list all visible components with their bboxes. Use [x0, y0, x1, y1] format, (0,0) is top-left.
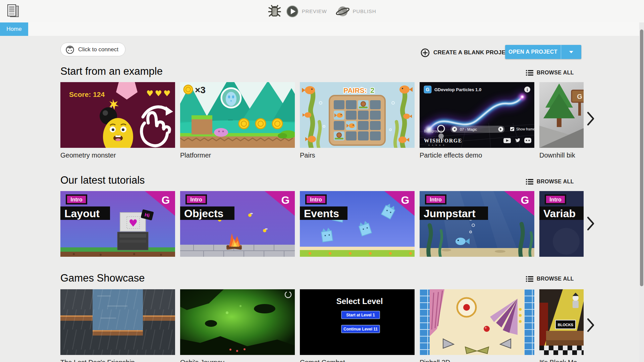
svg-text:07 - Magic: 07 - Magic [460, 127, 477, 131]
comet-combat-thumbnail: Select Level Start at Level 1 Continue L… [300, 289, 415, 355]
show-frame-checkbox [510, 127, 514, 131]
ghost-player [221, 88, 241, 108]
lost-dog-thumbnail [60, 289, 175, 355]
scrollbar-track[interactable] [639, 22, 644, 362]
project-manager-button[interactable] [5, 3, 21, 19]
tutorial-card-jumpstart[interactable]: G Intro Jumpstart [420, 191, 534, 258]
browse-all-label: BROWSE ALL [537, 276, 574, 282]
svg-text:WISHFORGE: WISHFORGE [424, 138, 462, 143]
svg-text:Intro: Intro [70, 197, 83, 202]
tutorial-events-thumbnail: G Intro Events [300, 191, 415, 257]
section-title-showcase: Games Showcase [60, 272, 145, 284]
chevron-right-icon [587, 111, 595, 126]
tab-home[interactable]: Home [0, 22, 28, 36]
showcase-card-block-man[interactable]: BLOCKS It's Block Ma [539, 289, 584, 362]
block-man-thumbnail: BLOCKS [539, 289, 584, 355]
examples-next-button[interactable] [584, 111, 597, 127]
plus-circle-icon [421, 48, 430, 57]
example-card-pairs[interactable]: PAIRS: 2 [300, 82, 415, 164]
svg-text:i: i [527, 87, 528, 92]
tutorial-card-layout[interactable]: ♥ Hi G Intro Layout [60, 191, 175, 258]
geometry-monster-thumbnail: Score: 124 ♥♥♥ [60, 82, 175, 148]
tutorial-card-variables[interactable]: +1 G Intro Variab [539, 191, 584, 258]
slime [214, 128, 228, 137]
svg-text:Intro: Intro [190, 197, 202, 202]
planet-icon [335, 5, 350, 18]
connect-label: Click to connect [78, 46, 118, 53]
pages-icon [5, 3, 21, 18]
svg-text:Show frame: Show frame [516, 127, 534, 131]
example-card-particle-effects[interactable]: G GDevelop Particles 1.0 i Background 07… [420, 82, 534, 164]
examples-row: Score: 124 ♥♥♥ [60, 82, 584, 164]
connect-button[interactable]: Click to connect [60, 43, 125, 56]
particle-effects-thumbnail: G GDevelop Particles 1.0 i Background 07… [420, 82, 534, 148]
tutorial-card-events[interactable]: G Intro Events [300, 191, 415, 258]
svg-text:PAIRS:: PAIRS: [343, 86, 367, 94]
card-title: Particle effects demo [420, 152, 534, 159]
browse-all-examples-button[interactable]: BROWSE ALL [524, 69, 576, 76]
preview-button[interactable]: PREVIEW [286, 5, 327, 18]
svg-text:G: G [521, 194, 529, 206]
svg-text:Layout: Layout [64, 207, 100, 220]
card-title: The Lost Dog's Frienship [60, 359, 175, 362]
scrollbar-thumb[interactable] [640, 29, 643, 286]
svg-text:♥: ♥ [129, 217, 138, 229]
debugger-button[interactable] [268, 5, 281, 18]
open-project-button[interactable]: OPEN A PROJECT [505, 45, 561, 59]
tutorial-jumpstart-thumbnail: G Intro Jumpstart [420, 191, 534, 257]
chevron-right-icon [587, 216, 595, 231]
platformer-thumbnail: ×3 [180, 82, 295, 148]
card-title: Platformer [180, 152, 295, 159]
oshi-thumbnail [180, 289, 295, 355]
home-page: Click to connect CREATE A BLANK PROJECT … [0, 36, 639, 362]
gdevelop-window: PREVIEW PUBLISH Home Click to connect [0, 0, 644, 362]
list-icon [526, 179, 533, 185]
chevron-right-icon [587, 318, 595, 333]
tutorial-variables-thumbnail: +1 G Intro Variab [539, 191, 584, 257]
browse-all-label: BROWSE ALL [537, 179, 574, 185]
svg-text:Variab: Variab [543, 207, 576, 220]
open-project-dropdown-button[interactable] [561, 45, 581, 59]
browse-all-tutorials-button[interactable]: BROWSE ALL [524, 178, 576, 185]
svg-text:G: G [426, 87, 430, 92]
svg-text:Continue Level 11: Continue Level 11 [343, 327, 378, 331]
showcase-card-lost-dog[interactable]: The Lost Dog's Frienship [60, 289, 175, 362]
svg-text:GDevelop Particles 1.0: GDevelop Particles 1.0 [434, 87, 481, 92]
section-title-tutorials: Our latest tutorials [60, 174, 145, 186]
open-project-split-button: OPEN A PROJECT [505, 45, 581, 59]
tutorial-card-objects[interactable]: G Intro Objects [180, 191, 295, 258]
play-icon [286, 5, 299, 18]
svg-text:♥♥♥: ♥♥♥ [146, 89, 172, 98]
card-title: Pinball 2D [420, 359, 534, 362]
showcase-row: The Lost Dog's Frienship Oshi's Journey [60, 289, 584, 362]
tutorials-next-button[interactable] [584, 216, 597, 232]
example-card-platformer[interactable]: ×3 Platformer [180, 82, 295, 164]
bug-icon [268, 5, 281, 18]
section-title-examples: Start from an example [60, 65, 163, 77]
caret-down-icon [569, 51, 574, 54]
publish-label: PUBLISH [353, 8, 376, 14]
pinball-thumbnail [420, 289, 534, 355]
create-blank-project-button[interactable]: CREATE A BLANK PROJECT [419, 47, 515, 59]
svg-text:2: 2 [370, 86, 374, 95]
tutorial-objects-thumbnail: G Intro Objects [180, 191, 295, 257]
example-card-geometry-monster[interactable]: Score: 124 ♥♥♥ [60, 82, 175, 164]
showcase-next-button[interactable] [584, 317, 597, 334]
card-title: Comet Combat [300, 359, 415, 362]
showcase-card-pinball[interactable]: Pinball 2D [420, 289, 534, 362]
publish-button[interactable]: PUBLISH [335, 5, 376, 18]
svg-text:Intro: Intro [549, 197, 561, 202]
showcase-card-comet-combat[interactable]: Select Level Start at Level 1 Continue L… [300, 289, 415, 362]
tutorial-layout-thumbnail: ♥ Hi G Intro Layout [60, 191, 175, 257]
coins [239, 119, 282, 129]
svg-text:Select Level: Select Level [336, 297, 383, 306]
card-title: Geometry monster [60, 152, 175, 159]
preview-label: PREVIEW [302, 8, 327, 14]
showcase-card-oshi[interactable]: Oshi's Journey [180, 289, 295, 362]
pairs-thumbnail: PAIRS: 2 [300, 82, 415, 148]
example-card-downhill-bike[interactable]: G Downhill bik [539, 82, 584, 164]
svg-text:×3: ×3 [195, 85, 206, 95]
browse-all-showcase-button[interactable]: BROWSE ALL [524, 276, 576, 282]
tutorials-row: ♥ Hi G Intro Layout [60, 191, 584, 258]
card-title: Oshi's Journey [180, 359, 295, 362]
